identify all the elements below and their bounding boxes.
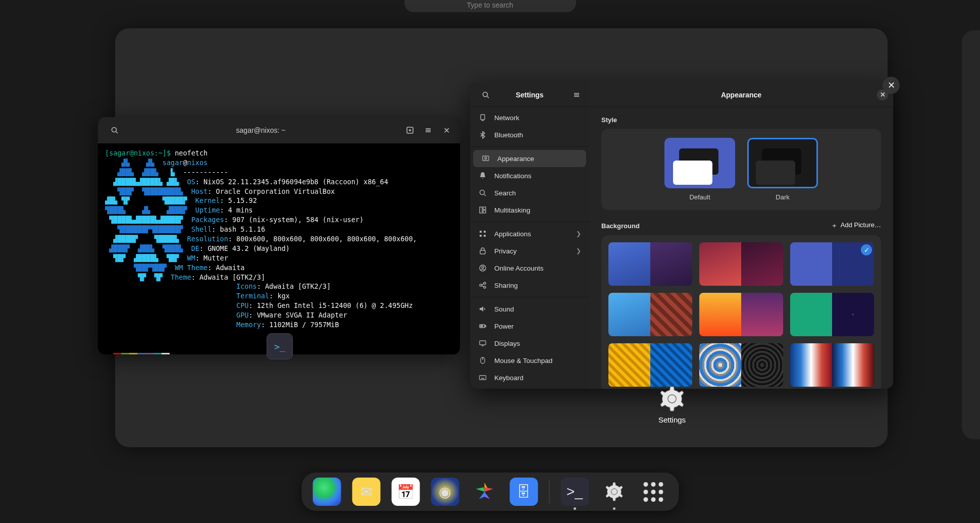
sidebar-item-sound[interactable]: Sound — [470, 300, 589, 318]
sidebar-item-keyboard[interactable]: Keyboard — [470, 369, 589, 386]
settings-window[interactable]: Settings NetworkBluetoothAppearanceNotif… — [470, 83, 893, 389]
style-heading: Style — [601, 116, 881, 124]
sidebar-item-privacy[interactable]: Privacy❯ — [470, 242, 589, 259]
power-icon — [478, 322, 487, 331]
svg-rect-36 — [481, 326, 483, 327]
sharing-icon — [478, 281, 487, 290]
global-search[interactable]: Type to search — [404, 0, 576, 12]
svg-point-31 — [484, 286, 486, 288]
sidebar-item-displays[interactable]: Displays — [470, 335, 589, 352]
svg-point-0 — [112, 128, 117, 132]
appearance-icon — [481, 154, 490, 163]
background-grid: ✓ — [601, 235, 881, 389]
svg-point-30 — [484, 282, 486, 284]
sidebar-item-appearance[interactable]: Appearance — [473, 150, 586, 167]
displays-icon — [478, 339, 487, 348]
chevron-right-icon: ❯ — [576, 230, 581, 237]
multitask-icon — [478, 205, 487, 215]
terminal-new-tab-button[interactable] — [402, 123, 418, 138]
svg-rect-20 — [483, 207, 486, 210]
dock-mail[interactable]: ✉ — [352, 478, 380, 506]
dock-calendar[interactable]: 📅 — [391, 478, 420, 506]
background-tile-2[interactable]: ✓ — [790, 242, 874, 286]
settings-sidebar: Settings NetworkBluetoothAppearanceNotif… — [470, 83, 589, 389]
style-option-default[interactable]: Default — [664, 138, 735, 201]
sidebar-item-applications[interactable]: Applications❯ — [470, 225, 589, 242]
sidebar-item-bluetooth[interactable]: Bluetooth — [470, 126, 589, 143]
settings-menu-button[interactable] — [569, 87, 584, 102]
background-tile-6[interactable] — [608, 343, 692, 387]
background-tile-7[interactable] — [699, 343, 783, 387]
dock-music[interactable]: ◉ — [431, 478, 459, 506]
chevron-right-icon: ❯ — [576, 247, 581, 254]
background-heading: Background — [601, 222, 640, 230]
terminal-window[interactable]: sagar@nixos: ~ ✕ [sagar@nixos:~]$ neofet… — [98, 117, 460, 354]
sidebar-item-multitasking[interactable]: Multitasking — [470, 201, 589, 219]
background-tile-5[interactable] — [790, 293, 874, 336]
dock: ✉📅◉🗄>_ — [301, 473, 679, 511]
svg-point-28 — [482, 267, 484, 269]
background-tile-3[interactable] — [608, 293, 692, 336]
svg-point-47 — [611, 489, 617, 495]
dock-terminal[interactable]: >_ — [560, 478, 589, 506]
dock-files[interactable]: 🗄 — [509, 478, 538, 506]
workspace-next-peek[interactable] — [962, 30, 980, 439]
background-tile-0[interactable] — [608, 242, 692, 286]
svg-rect-41 — [480, 376, 486, 380]
dock-show-apps[interactable] — [639, 478, 667, 506]
sidebar-item-search[interactable]: Search — [470, 184, 589, 201]
svg-line-33 — [482, 286, 484, 287]
settings-sidebar-title: Settings — [493, 91, 566, 99]
sidebar-item-mouse-touchpad[interactable]: Mouse & Touchpad — [470, 352, 589, 369]
dock-settings[interactable] — [600, 478, 628, 506]
sidebar-item-power[interactable]: Power — [470, 318, 589, 335]
sidebar-item-notifications[interactable]: Notifications — [470, 167, 589, 184]
bluetooth-icon — [478, 130, 487, 139]
svg-point-16 — [485, 158, 487, 160]
svg-rect-37 — [480, 341, 486, 345]
svg-rect-23 — [484, 231, 486, 233]
svg-rect-25 — [484, 235, 486, 237]
apps-icon — [478, 229, 487, 238]
background-tile-4[interactable] — [699, 293, 783, 336]
svg-line-9 — [487, 96, 489, 98]
svg-rect-26 — [480, 250, 485, 254]
dock-separator — [549, 480, 549, 503]
terminal-output[interactable]: [sagar@nixos:~]$ neofetch ▟▙ ▟▙ sagar@ni… — [98, 143, 460, 354]
dock-photos[interactable] — [470, 478, 498, 506]
mouse-icon — [478, 356, 487, 365]
settings-overview-label: Settings — [658, 415, 686, 424]
svg-line-1 — [116, 132, 118, 133]
background-tile-8[interactable] — [790, 343, 874, 387]
terminal-close-button[interactable]: ✕ — [439, 123, 454, 138]
terminal-menu-button[interactable] — [421, 123, 436, 138]
keyboard-icon — [478, 373, 487, 382]
add-picture-button[interactable]: ＋ Add Picture… — [831, 221, 881, 230]
terminal-overview-icon[interactable]: >_ — [267, 333, 293, 359]
svg-point-17 — [480, 190, 485, 195]
svg-line-18 — [484, 194, 486, 196]
sidebar-item-sharing[interactable]: Sharing — [470, 277, 589, 294]
bell-icon — [478, 171, 487, 180]
svg-point-8 — [483, 92, 488, 96]
background-tile-1[interactable] — [699, 242, 783, 286]
svg-point-29 — [480, 284, 482, 286]
dock-web-browser[interactable] — [313, 478, 341, 506]
settings-main-title: Appearance — [721, 91, 761, 99]
terminal-title: sagar@nixos: ~ — [122, 126, 399, 134]
svg-rect-21 — [483, 211, 486, 213]
svg-line-32 — [482, 284, 484, 285]
sound-icon — [478, 304, 487, 313]
svg-rect-24 — [480, 235, 482, 237]
svg-rect-35 — [485, 326, 486, 327]
settings-overview-icon[interactable]: Settings — [657, 384, 687, 424]
search-icon — [478, 188, 487, 197]
sidebar-item-online-accounts[interactable]: Online Accounts — [470, 259, 589, 277]
style-option-dark[interactable]: Dark — [747, 138, 818, 201]
svg-rect-15 — [483, 156, 489, 161]
terminal-search-button[interactable] — [107, 123, 122, 138]
sidebar-item-network[interactable]: Network — [470, 109, 589, 126]
gear-icon — [657, 384, 687, 413]
settings-search-button[interactable] — [478, 87, 493, 102]
window-close-badge[interactable]: ✕ — [883, 77, 900, 94]
